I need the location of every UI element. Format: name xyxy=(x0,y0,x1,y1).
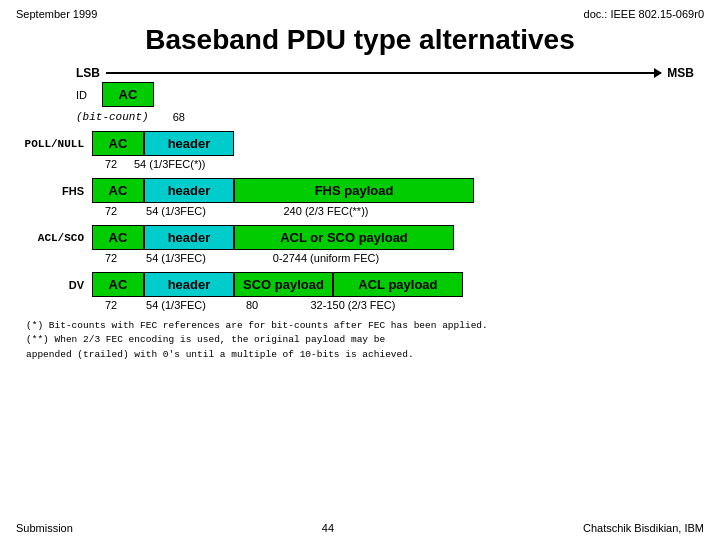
dv-num1: 72 xyxy=(92,299,130,311)
id-ac-block: AC xyxy=(102,82,154,107)
fhs-blocks: AC header FHS payload xyxy=(92,178,474,203)
footer-left: Submission xyxy=(16,522,73,534)
dv-num3: 80 xyxy=(216,299,288,311)
dv-ac-block: AC xyxy=(92,272,144,297)
lsb-msb-row: LSB MSB xyxy=(76,66,694,80)
fhs-num3: 240 (2/3 FEC(**)) xyxy=(216,205,436,217)
dv-num2: 54 (1/3FEC) xyxy=(136,299,216,311)
fhs-payload-block: FHS payload xyxy=(234,178,474,203)
footer: Submission 44 Chatschik Bisdikian, IBM xyxy=(16,522,704,534)
acl-num1: 72 xyxy=(92,252,130,264)
poll-null-label: POLL/NULL xyxy=(16,138,84,150)
dv-num4: 32-150 (2/3 FEC) xyxy=(288,299,418,311)
doc-label: doc.: IEEE 802.15-069r0 xyxy=(584,8,704,20)
note-2: (**) When 2/3 FEC encoding is used, the … xyxy=(26,333,704,347)
acl-sco-row: ACL/SCO AC header ACL or SCO payload xyxy=(16,225,704,250)
footer-center: 44 xyxy=(322,522,334,534)
poll-null-nums: 72 54 (1/3FEC(*)) xyxy=(92,158,704,170)
acl-sco-nums: 72 54 (1/3FEC) 0-2744 (uniform FEC) xyxy=(92,252,704,264)
poll-num1: 72 xyxy=(92,158,130,170)
dv-nums: 72 54 (1/3FEC) 80 32-150 (2/3 FEC) xyxy=(92,299,704,311)
acl-header-block: header xyxy=(144,225,234,250)
top-bar: September 1999 doc.: IEEE 802.15-069r0 xyxy=(16,8,704,20)
dv-label: DV xyxy=(16,279,84,291)
id-row: ID AC xyxy=(76,82,704,107)
acl-ac-block: AC xyxy=(92,225,144,250)
id-label: ID xyxy=(76,89,96,101)
dv-header-block: header xyxy=(144,272,234,297)
msb-label: MSB xyxy=(667,66,694,80)
acl-num2: 54 (1/3FEC) xyxy=(136,252,216,264)
fhs-num1: 72 xyxy=(92,205,130,217)
page-title: Baseband PDU type alternatives xyxy=(16,24,704,56)
poll-num2: 54 (1/3FEC(*)) xyxy=(134,158,206,170)
fhs-nums: 72 54 (1/3FEC) 240 (2/3 FEC(**)) xyxy=(92,205,704,217)
bit-count-label: (bit-count) xyxy=(76,111,149,123)
bit-count-val: 68 xyxy=(173,111,185,123)
note-1: (*) Bit-counts with FEC references are f… xyxy=(26,319,704,333)
fhs-header-block: header xyxy=(144,178,234,203)
acl-num3: 0-2744 (uniform FEC) xyxy=(216,252,436,264)
fhs-row: FHS AC header FHS payload xyxy=(16,178,704,203)
acl-payload-block: ACL or SCO payload xyxy=(234,225,454,250)
dv-sco-block: SCO payload xyxy=(234,272,333,297)
lsb-label: LSB xyxy=(76,66,100,80)
poll-null-blocks: AC header xyxy=(92,131,234,156)
poll-ac-block: AC xyxy=(92,131,144,156)
bit-count-row: (bit-count) 68 xyxy=(76,111,704,123)
fhs-label: FHS xyxy=(16,185,84,197)
dv-row: DV AC header SCO payload ACL payload xyxy=(16,272,704,297)
dv-blocks: AC header SCO payload ACL payload xyxy=(92,272,463,297)
page: September 1999 doc.: IEEE 802.15-069r0 B… xyxy=(0,0,720,540)
acl-sco-blocks: AC header ACL or SCO payload xyxy=(92,225,454,250)
fhs-num2: 54 (1/3FEC) xyxy=(136,205,216,217)
arrow-line xyxy=(106,72,661,74)
note-3: appended (trailed) with 0's until a mult… xyxy=(26,348,704,362)
date-label: September 1999 xyxy=(16,8,97,20)
poll-null-row: POLL/NULL AC header xyxy=(16,131,704,156)
fhs-ac-block: AC xyxy=(92,178,144,203)
acl-sco-label: ACL/SCO xyxy=(16,232,84,244)
poll-header-block: header xyxy=(144,131,234,156)
dv-acl-block: ACL payload xyxy=(333,272,463,297)
notes: (*) Bit-counts with FEC references are f… xyxy=(26,319,704,362)
footer-right: Chatschik Bisdikian, IBM xyxy=(583,522,704,534)
